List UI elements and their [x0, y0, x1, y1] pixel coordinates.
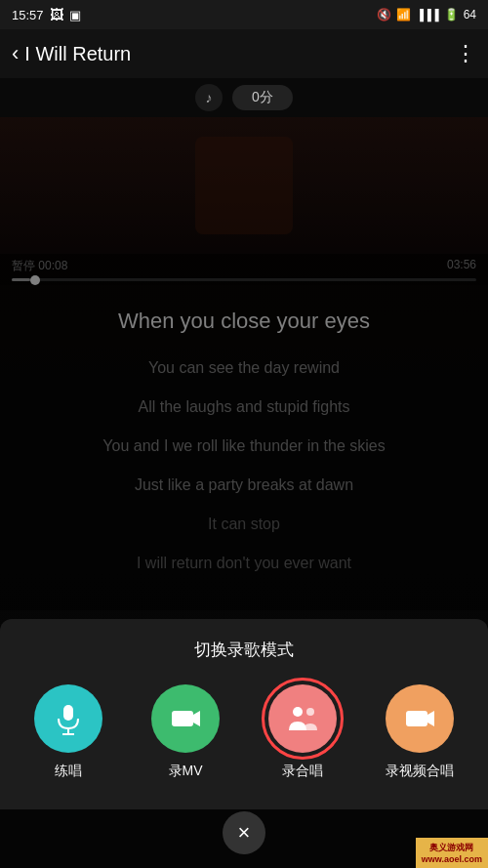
- svg-point-5: [293, 707, 303, 717]
- watermark-line1: 奥义游戏网: [429, 842, 473, 854]
- duet-people-icon: [285, 701, 320, 736]
- svg-marker-4: [193, 711, 200, 726]
- battery-level: 64: [464, 8, 476, 21]
- close-button[interactable]: ×: [223, 811, 265, 854]
- top-bar: ‹ I Will Return ⋮: [0, 29, 488, 78]
- practice-label: 练唱: [55, 763, 82, 780]
- status-left: 15:57 🖼 ▣: [12, 7, 81, 22]
- mode-option-mv[interactable]: 录MV: [151, 684, 220, 780]
- svg-rect-0: [63, 705, 73, 721]
- svg-rect-3: [172, 711, 193, 726]
- camera-icon: [168, 701, 203, 736]
- more-button[interactable]: ⋮: [455, 41, 476, 66]
- sim-icon: ▣: [69, 8, 81, 22]
- status-right: 🔇 📶 ▐▐▐ 🔋 64: [377, 8, 476, 21]
- mode-options: 练唱 录MV: [0, 684, 488, 800]
- duet-icon-circle: [268, 684, 337, 753]
- microphone-icon: [51, 701, 86, 736]
- watermark: 奥义游戏网 www.aoel.com: [416, 838, 488, 868]
- music-note-icon: ♪: [195, 84, 223, 111]
- mode-option-duet[interactable]: 录合唱: [268, 684, 337, 780]
- watermark-line2: www.aoel.com: [422, 854, 482, 864]
- svg-marker-8: [427, 711, 434, 726]
- score-display: 0分: [232, 85, 293, 110]
- practice-icon-circle: [34, 684, 102, 753]
- main-area: 暂停 00:08 03:56 When you close your eyes …: [0, 117, 488, 868]
- mode-option-practice[interactable]: 练唱: [34, 684, 102, 780]
- mv-icon-circle: [151, 684, 220, 753]
- score-bar: ♪ 0分: [0, 78, 488, 117]
- mute-icon: 🔇: [377, 8, 391, 21]
- video-camera-icon: [402, 701, 437, 736]
- watermark-box: 奥义游戏网 www.aoel.com: [416, 838, 488, 868]
- signal-icon: ▐▐▐: [416, 9, 438, 21]
- mode-option-video[interactable]: 录视频合唱: [386, 684, 454, 780]
- battery-icon: 🔋: [444, 8, 459, 21]
- song-title: I Will Return: [24, 43, 455, 65]
- video-icon-circle: [386, 684, 454, 753]
- duet-label: 录合唱: [282, 763, 323, 780]
- mv-label: 录MV: [169, 763, 203, 780]
- status-bar: 15:57 🖼 ▣ 🔇 📶 ▐▐▐ 🔋 64: [0, 0, 488, 29]
- status-time: 15:57: [12, 8, 44, 22]
- video-label: 录视频合唱: [386, 763, 454, 780]
- photo-icon: 🖼: [50, 7, 63, 22]
- svg-point-6: [306, 708, 314, 716]
- wifi-icon: 📶: [396, 8, 411, 21]
- mode-switch-modal: 切换录歌模式 练唱: [0, 619, 488, 809]
- svg-rect-7: [406, 711, 427, 726]
- back-button[interactable]: ‹: [12, 41, 19, 66]
- modal-title: 切换录歌模式: [0, 639, 488, 661]
